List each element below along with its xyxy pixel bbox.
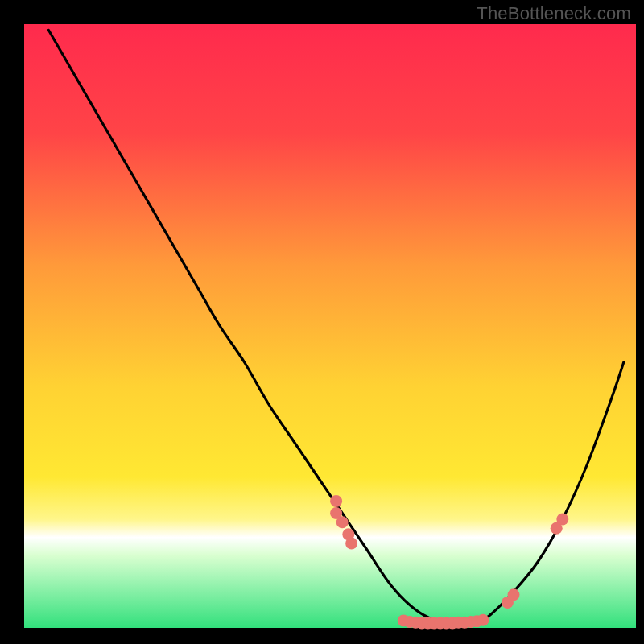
data-point — [556, 514, 568, 526]
bottleneck-chart — [0, 0, 644, 644]
plot-area — [24, 24, 636, 630]
data-point — [345, 538, 357, 550]
data-point — [508, 588, 520, 601]
plot-background — [24, 24, 636, 628]
data-point — [330, 495, 342, 507]
chart-container: TheBottleneck.com — [0, 0, 644, 644]
data-point — [336, 516, 349, 528]
watermark-text: TheBottleneck.com — [477, 3, 631, 24]
data-point — [477, 614, 489, 626]
